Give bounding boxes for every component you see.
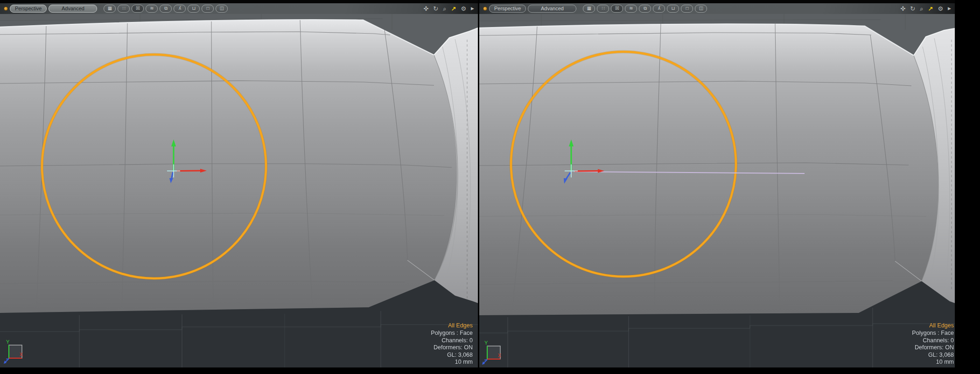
vertex-map-icon[interactable]: ∷ (597, 5, 609, 13)
viewport-mode-buttons: ▦ ∷ ☒ ≋ ⧉ ʎ ⊔ □ ◫ (104, 5, 228, 13)
hud-edge-display: All Edges (431, 322, 473, 330)
axis-x-label: X (20, 352, 23, 357)
orbit-icon[interactable]: ↻ (910, 6, 915, 12)
lock-icon[interactable]: ◫ (695, 5, 707, 13)
scene-right: Y X All Edges Polygons : Face Channels: … (479, 14, 955, 367)
mesh-cylinder (479, 24, 938, 315)
viewport-menu-icon[interactable]: ▶ (471, 6, 474, 12)
axis-y-label: Y (484, 340, 488, 346)
viewport-right[interactable]: Perspective Advanced ▦ ∷ ☒ ≋ ⧉ ʎ ⊔ □ ◫ ✜… (479, 0, 955, 367)
viewport-hud-left: All Edges Polygons : Face Channels: 0 De… (431, 322, 473, 366)
viewport-canvas-left[interactable]: Y X (0, 14, 478, 367)
hud-gl-count: GL: 3,068 (431, 352, 473, 359)
visibility-icon[interactable]: ⊔ (667, 5, 679, 13)
hud-deformers: Deformers: ON (431, 344, 473, 352)
shading-mode-button[interactable]: Advanced (49, 5, 97, 13)
viewport-hud-right: All Edges Polygons : Face Channels: 0 De… (912, 322, 954, 366)
view-type-button[interactable]: Perspective (489, 5, 526, 13)
hud-channels: Channels: 0 (912, 337, 954, 345)
viewport-toolbar-left: Perspective Advanced ▦ ∷ ☒ ≋ ⧉ ʎ ⊔ □ ◫ ✜… (0, 0, 478, 14)
zoom-icon[interactable]: ⌕ (920, 6, 923, 12)
hud-gl-count: GL: 3,068 (912, 352, 954, 359)
visibility-icon[interactable]: ⊔ (188, 5, 200, 13)
workplane-icon[interactable]: ʎ (174, 5, 186, 13)
hud-grid-size: 10 mm (912, 359, 954, 366)
deactivate-icon[interactable]: ☒ (132, 5, 144, 13)
hide-icon[interactable]: □ (681, 5, 693, 13)
deactivate-icon[interactable]: ☒ (611, 5, 623, 13)
viewport-nav-controls: ✜ ↻ ⌕ ↗ ⚙ ▶ (423, 6, 474, 12)
ghost-overlay-icon[interactable]: ⧉ (639, 5, 651, 13)
lock-icon[interactable]: ◫ (216, 5, 228, 13)
texture-shading-icon[interactable]: ▦ (104, 5, 116, 13)
settings-icon[interactable]: ⚙ (938, 6, 943, 12)
hud-grid-size: 10 mm (431, 359, 473, 366)
viewport-mode-buttons: ▦ ∷ ☒ ≋ ⧉ ʎ ⊔ □ ◫ (583, 5, 707, 13)
ghost-overlay-icon[interactable]: ⧉ (160, 5, 172, 13)
viewport-active-indicator (483, 7, 487, 11)
wireframe-overlay-icon[interactable]: ≋ (146, 5, 158, 13)
hud-selection-mode: Polygons : Face (431, 330, 473, 337)
zoom-icon[interactable]: ⌕ (443, 6, 446, 12)
axis-x-label: X (498, 353, 502, 358)
viewport-toolbar-right: Perspective Advanced ▦ ∷ ☒ ≋ ⧉ ʎ ⊔ □ ◫ ✜… (479, 0, 955, 14)
viewport-canvas-right[interactable]: Y X (479, 14, 955, 367)
settings-icon[interactable]: ⚙ (461, 6, 466, 12)
viewport-nav-controls: ✜ ↻ ⌕ ↗ ⚙ ▶ (900, 6, 951, 12)
pan-icon[interactable]: ✜ (900, 6, 905, 12)
orbit-icon[interactable]: ↻ (433, 6, 438, 12)
hud-edge-display: All Edges (912, 322, 954, 330)
viewport-menu-icon[interactable]: ▶ (948, 6, 951, 12)
maximize-icon[interactable]: ↗ (928, 6, 933, 12)
hud-selection-mode: Polygons : Face (912, 330, 954, 337)
maximize-icon[interactable]: ↗ (451, 6, 456, 12)
hud-channels: Channels: 0 (431, 337, 473, 345)
view-type-button[interactable]: Perspective (10, 5, 47, 13)
viewport-left[interactable]: Perspective Advanced ▦ ∷ ☒ ≋ ⧉ ʎ ⊔ □ ◫ ✜… (0, 0, 478, 367)
viewport-active-indicator (4, 7, 8, 11)
scene-left: Y X All Edges Polygons : Face Channels: … (0, 14, 478, 367)
pan-icon[interactable]: ✜ (423, 6, 428, 12)
axis-y-label: Y (6, 339, 10, 345)
shading-mode-button[interactable]: Advanced (528, 5, 576, 13)
wireframe-overlay-icon[interactable]: ≋ (625, 5, 637, 13)
workplane-icon[interactable]: ʎ (653, 5, 665, 13)
hide-icon[interactable]: □ (202, 5, 214, 13)
hud-deformers: Deformers: ON (912, 344, 954, 352)
vertex-map-icon[interactable]: ∷ (118, 5, 130, 13)
modo-dual-viewport-window: Perspective Advanced ▦ ∷ ☒ ≋ ⧉ ʎ ⊔ □ ◫ ✜… (0, 0, 980, 374)
texture-shading-icon[interactable]: ▦ (583, 5, 595, 13)
